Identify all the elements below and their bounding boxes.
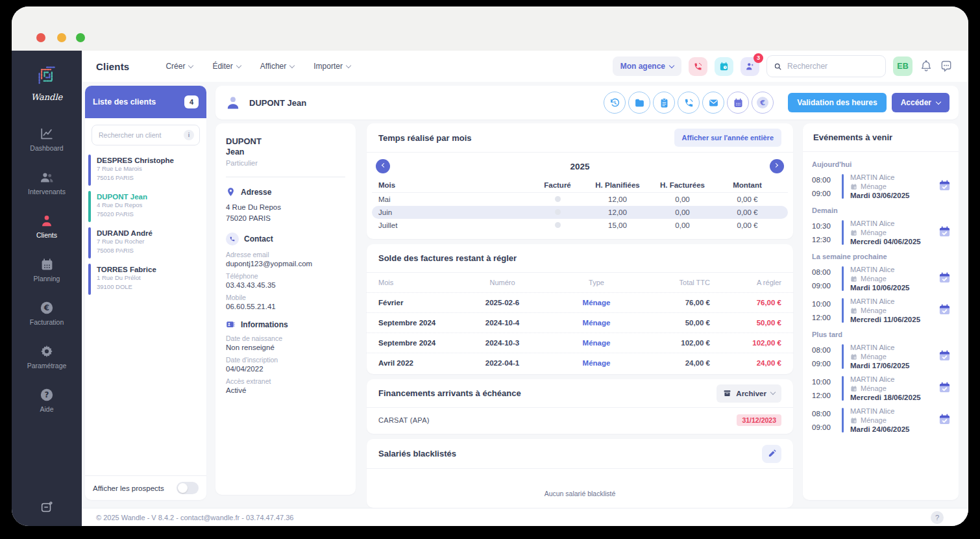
event-calendar-check-icon[interactable] [938, 413, 951, 428]
edit-blacklist-button[interactable] [762, 445, 781, 463]
client-action-icons: € [604, 92, 774, 114]
event-calendar-check-icon[interactable] [938, 349, 951, 364]
planning-shortcut-button[interactable] [715, 57, 733, 76]
chat-bubble-icon [940, 60, 953, 73]
svg-text:€: € [759, 99, 765, 107]
app-window: Wandle Dashboard Intervenants Clients Pl… [12, 6, 968, 526]
client-action-mail-button[interactable] [702, 92, 724, 114]
previous-year-button[interactable] [376, 159, 390, 173]
invoice-row[interactable]: Avril 2022 2022-04-1 Ménage 24,00 € 24,0… [367, 353, 793, 373]
event-calendar-check-icon[interactable] [938, 303, 951, 318]
next-year-button[interactable] [770, 159, 784, 173]
clipboard-icon [659, 97, 670, 108]
contact-section-title: Contact [226, 232, 345, 245]
invoice-row[interactable]: Février 2025-02-6 Ménage 76,00 € 76,00 € [367, 292, 793, 312]
client-search-input[interactable] [99, 131, 180, 139]
maximize-window-button[interactable] [76, 33, 85, 42]
invoices-card: Solde des factures restant à régler Mois… [367, 244, 793, 374]
time-table-row[interactable]: Juin 12,00 0,00 0,00 € [372, 206, 788, 219]
show-full-year-button[interactable]: Afficher sur l'année entière [674, 129, 781, 147]
phone-icon [683, 97, 694, 108]
blacklist-section-title: Salariés blacklistés [378, 449, 762, 458]
sidebar-item-facturation[interactable]: € Facturation [12, 292, 82, 335]
client-avatar-icon [225, 94, 241, 111]
time-table-header: MoisFacturé H. Planifiées H. Facturées M… [372, 177, 788, 193]
invoices-table-header: MoisNuméro TypeTotal TTC A régler [367, 273, 793, 292]
sidebar-item-planning[interactable]: Planning [12, 248, 82, 292]
invoices-table: MoisNuméro TypeTotal TTC A régler Févrie… [367, 273, 793, 373]
sidebar-item-parametrage[interactable]: Paramétrage [12, 335, 82, 379]
client-list-item[interactable]: TORRES Fabrice 1 Rue Du Prélot39100 DOLE [85, 261, 206, 297]
chat-button[interactable] [940, 60, 953, 73]
event-calendar-check-icon[interactable] [938, 381, 951, 396]
invoice-type-link[interactable]: Ménage [557, 339, 635, 347]
invoice-row[interactable]: Septembre 2024 2024-10-4 Ménage 50,00 € … [367, 312, 793, 332]
event-item[interactable]: 10:3012:30 MARTIN Alice Ménage Mercredi … [812, 219, 951, 245]
invoice-type-link[interactable]: Ménage [557, 319, 635, 327]
menu-bar: CréerÉditerAfficherImporter [165, 62, 350, 71]
menu-importer[interactable]: Importer [313, 62, 350, 71]
client-action-folder-button[interactable] [628, 92, 650, 114]
client-list-item[interactable]: DURAND André 7 Rue Du Rocher75008 PARIS [85, 225, 206, 261]
prospects-button[interactable]: 3 [741, 57, 759, 76]
client-list-item[interactable]: DESPRES Christophe 7 Rue Le Marois75016 … [85, 152, 206, 188]
client-action-clipboard-button[interactable] [653, 92, 675, 114]
sidebar-item-intervenants[interactable]: Intervenants [12, 161, 82, 205]
client-list-item[interactable]: DUPONT Jean 4 Rue Du Repos75020 PARIS [85, 188, 206, 225]
client-action-calendar-button[interactable] [727, 92, 749, 114]
client-info-card: DUPONT Jean Particulier Adresse 4 Rue Du… [215, 123, 356, 495]
calendar-clock-icon [719, 62, 729, 71]
minimize-window-button[interactable] [57, 33, 66, 42]
info-icon[interactable]: i [184, 130, 194, 140]
notifications-bell-button[interactable] [920, 60, 933, 73]
events-list: Aujourd'hui 08:0009:00 MARTIN Alice Ména… [803, 152, 959, 433]
global-search-input[interactable] [787, 62, 879, 71]
sidebar-item-dashboard[interactable]: Dashboard [12, 118, 82, 161]
person-icon [40, 214, 54, 228]
validate-hours-button[interactable]: Validation des heures [788, 93, 886, 112]
client-action-euro-button[interactable]: € [752, 92, 774, 114]
menu-editer[interactable]: Éditer [212, 62, 240, 71]
event-item[interactable]: 10:0012:00 MARTIN Alice Ménage Mercredi … [812, 297, 951, 323]
agency-selector[interactable]: Mon agence [613, 56, 681, 76]
extranet-value: Activé [226, 386, 345, 394]
phone-value: 03.43.43.45.35 [226, 281, 345, 289]
event-item[interactable]: 08:0009:00 MARTIN Alice Ménage Mardi 03/… [812, 173, 951, 199]
feedback-icon[interactable] [12, 500, 82, 514]
invoice-type-link[interactable]: Ménage [557, 299, 635, 307]
event-item[interactable]: 10:0012:00 MARTIN Alice Ménage Mercredi … [812, 375, 951, 401]
close-window-button[interactable] [36, 33, 45, 42]
sidebar-item-clients[interactable]: Clients [12, 205, 82, 248]
show-prospects-toggle[interactable] [177, 482, 199, 494]
menu-creer[interactable]: Créer [165, 62, 193, 71]
time-table-row[interactable]: Mai 12,00 0,00 0,00 € [372, 193, 788, 206]
map-pin-icon [226, 187, 236, 197]
event-item[interactable]: 08:0009:00 MARTIN Alice Ménage Mardi 24/… [812, 407, 951, 433]
client-action-history-button[interactable] [604, 92, 626, 114]
user-avatar[interactable]: EB [893, 56, 913, 76]
invoice-type-link[interactable]: Ménage [557, 359, 635, 367]
invoice-row[interactable]: Septembre 2024 2024-10-3 Ménage 102,00 €… [367, 332, 793, 353]
info-section-title: Informations [226, 320, 345, 329]
event-calendar-check-icon[interactable] [938, 225, 951, 240]
upcoming-events-panel: Evénements à venir Aujourd'hui 08:0009:0… [803, 123, 959, 500]
phone-calls-button[interactable] [689, 57, 707, 76]
phone-ring-icon [693, 62, 703, 71]
menu-afficher[interactable]: Afficher [260, 62, 294, 71]
financing-row[interactable]: CARSAT (APA) 31/12/2023 [367, 408, 793, 432]
time-section-title: Temps réalisé par mois [378, 133, 674, 143]
event-calendar-check-icon[interactable] [938, 179, 951, 194]
client-first-name: Jean [226, 147, 345, 157]
content-area: Liste des clients 4 i DESPRES Christophe… [82, 82, 968, 508]
event-calendar-check-icon[interactable] [938, 271, 951, 286]
archive-button[interactable]: Archiver [717, 384, 781, 403]
help-button[interactable]: ? [931, 511, 944, 524]
client-list-header[interactable]: Liste des clients 4 [85, 86, 206, 118]
access-button[interactable]: Accéder [892, 93, 949, 112]
client-action-phone-button[interactable] [678, 92, 700, 114]
event-item[interactable]: 08:0009:00 MARTIN Alice Ménage Mardi 10/… [812, 266, 951, 292]
event-item[interactable]: 08:0009:00 MARTIN Alice Ménage Mardi 17/… [812, 344, 951, 370]
sidebar-item-aide[interactable]: ? Aide [12, 379, 82, 422]
archive-icon [723, 389, 731, 397]
time-table-row[interactable]: Juillet 15,00 0,00 0,00 € [372, 219, 788, 232]
